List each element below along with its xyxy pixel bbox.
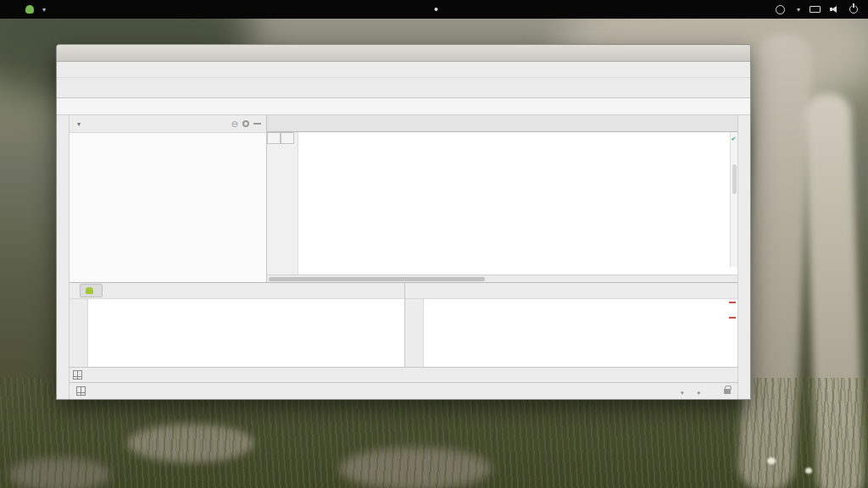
context-class-label[interactable]	[267, 132, 281, 144]
collapse-all-icon[interactable]: ⊖	[231, 119, 238, 129]
gear-icon[interactable]	[242, 120, 249, 127]
project-view-header: ⊖	[70, 115, 266, 133]
menu-bar	[57, 62, 750, 78]
right-tool-stripe	[737, 115, 750, 399]
power-icon[interactable]	[849, 5, 858, 14]
stripe-mark	[729, 317, 736, 319]
project-tree	[70, 133, 266, 282]
android-app-icon	[86, 287, 93, 294]
language-indicator[interactable]	[794, 6, 800, 14]
status-bar	[70, 382, 737, 399]
hide-panel-icon[interactable]	[253, 123, 261, 125]
accessibility-icon[interactable]	[776, 5, 785, 14]
context-method-label[interactable]	[281, 132, 294, 144]
stripe-mark	[729, 302, 736, 303]
run-panel-header	[70, 283, 404, 299]
navigation-breadcrumb	[57, 98, 750, 115]
android-studio-window: ⊖	[56, 44, 751, 400]
wallpaper-flower	[767, 458, 776, 464]
editor-context-bar	[267, 132, 294, 144]
encoding-select[interactable]	[695, 386, 700, 396]
event-log-panel	[405, 283, 737, 367]
tool-window-bar	[70, 367, 737, 382]
left-tool-stripe	[57, 115, 70, 399]
run-tool-window	[70, 283, 405, 367]
run-console[interactable]	[88, 299, 404, 367]
code-editor[interactable]: ✔	[267, 132, 737, 274]
lock-icon[interactable]	[724, 389, 731, 394]
volume-icon[interactable]	[830, 5, 840, 14]
editor-scrollbar-thumb[interactable]	[732, 164, 737, 194]
run-toolbar	[70, 299, 88, 367]
clock[interactable]	[431, 0, 438, 19]
notification-dot-icon	[435, 8, 438, 11]
toolwindow-toggle-icon[interactable]	[73, 370, 82, 380]
project-view-selector[interactable]	[75, 120, 81, 128]
app-menu[interactable]	[17, 0, 54, 19]
run-configuration-tab[interactable]	[80, 284, 103, 297]
wallpaper-flower	[805, 468, 812, 474]
event-log-header	[405, 283, 737, 299]
activities-button[interactable]	[0, 0, 17, 19]
editor-horizontal-scrollbar[interactable]	[267, 274, 737, 282]
project-tool-window: ⊖	[70, 115, 267, 282]
main-toolbar	[57, 78, 750, 98]
inspections-ok-icon: ✔	[732, 134, 736, 143]
scrollbar-thumb[interactable]	[269, 277, 485, 281]
line-separator-select[interactable]	[679, 386, 684, 396]
statusbar-toggle-icon[interactable]	[76, 386, 86, 396]
gnome-top-bar	[0, 0, 868, 19]
editor-area: ✔	[267, 115, 737, 282]
event-log-toolbar	[405, 299, 424, 367]
editor-tab-bar	[267, 115, 737, 132]
event-log-list	[424, 299, 737, 367]
android-studio-icon	[25, 5, 34, 14]
window-title-bar[interactable]	[57, 45, 750, 62]
editor-error-stripe[interactable]: ✔	[730, 132, 737, 267]
keyboard-icon[interactable]	[810, 6, 821, 13]
